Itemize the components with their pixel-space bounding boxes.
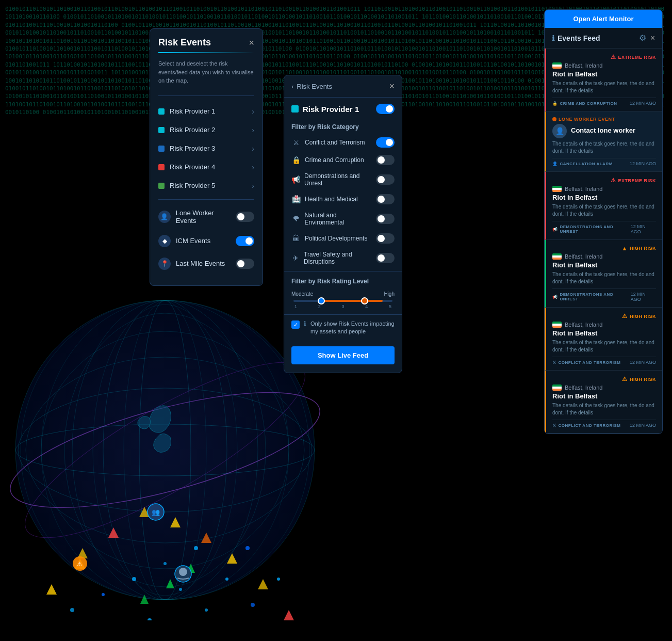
icm-toggle-thumb (245, 237, 253, 245)
slider-track[interactable] (293, 300, 392, 302)
icm-toggle[interactable] (236, 236, 254, 246)
crime-toggle[interactable] (376, 155, 395, 165)
lw-label-2: LONE WORKER EVENT (559, 117, 615, 122)
event-card-4-footer: 📢 DEMONSTRATIONS AND UNREST 12 MIN AGO (552, 289, 656, 302)
feed-filter-icon[interactable]: ⚙ (639, 33, 646, 43)
event-card-3-location: Belfast, Ireland (552, 186, 656, 192)
provider-name-3: Risk Provider 3 (170, 145, 215, 152)
slider-container: 1 2 3 4 5 (291, 300, 395, 309)
high-risk-label-6: HIGH RISK (630, 377, 656, 382)
lone-worker-toggle[interactable] (236, 212, 254, 222)
last-mile-toggle-track[interactable] (236, 259, 254, 269)
feed-info-icon: ℹ (552, 34, 554, 42)
provider-filter-panel: ‹ Risk Events × Risk Provider 1 Filter b… (284, 75, 402, 373)
high-risk-label-4: HIGH RISK (630, 246, 656, 251)
demo-toggle-track[interactable] (376, 174, 395, 185)
category-left-crime: 🔒 Crime and Corruption (291, 156, 364, 164)
event-card-3[interactable]: ⚠ EXTREME RISK Belfast, Ireland Riot in … (545, 172, 662, 240)
provider-item-2[interactable]: Risk Provider 2 › (150, 121, 263, 139)
event-time-3: 12 MIN AGO (631, 224, 656, 234)
show-live-feed-button[interactable]: Show Live Feed (291, 346, 395, 364)
feed-header-left: ℹ Events Feed (552, 34, 600, 42)
event-card-4-title: Riot in Belfast (552, 261, 656, 269)
event-time-4: 12 MIN AGO (631, 292, 656, 302)
demo-icon: 📢 (291, 175, 300, 184)
cancellation-text-2: CANCELLATION ALARM (560, 162, 613, 166)
icm-toggle-track[interactable] (236, 236, 254, 246)
category-crime: 🔒 Crime and Corruption (284, 151, 402, 169)
event-card-6-title: Riot in Belfast (552, 392, 656, 400)
location-text-3: Belfast, Ireland (565, 186, 602, 192)
category-label-5: ⚔ CONFLICT AND TERRORISM (552, 360, 620, 365)
travel-toggle-track[interactable] (376, 253, 395, 263)
slider-thumb-right[interactable] (361, 297, 368, 305)
last-mile-events-item: 📍 Last Mile Events (150, 252, 263, 275)
feed-close-area: ⚙ × (639, 33, 655, 43)
political-toggle[interactable] (376, 233, 395, 244)
event-left-lw: 👤 Lone Worker Events (158, 209, 236, 225)
conflict-category-text-5: CONFLICT AND TERRORISM (559, 360, 621, 365)
cancellation-icon-2: 👤 (552, 162, 558, 166)
provider-header-name: Risk Provider 1 (303, 105, 359, 114)
location-text-5: Belfast, Ireland (565, 322, 602, 328)
event-card-2-desc: The details of the task goes here, the d… (552, 140, 656, 155)
close-button[interactable]: × (249, 38, 254, 47)
ireland-flag-1 (552, 62, 562, 69)
ireland-flag-6 (552, 384, 562, 391)
back-button[interactable]: ‹ Risk Events (291, 83, 332, 90)
demo-toggle[interactable] (376, 174, 395, 185)
conflict-toggle-thumb (386, 139, 393, 146)
health-toggle-track[interactable] (376, 194, 395, 204)
political-icon: 🏛 (291, 234, 301, 243)
provider-dot-5 (158, 183, 165, 189)
chevron-right-icon-1: › (252, 107, 254, 116)
feed-close-button[interactable]: × (650, 34, 655, 43)
provider-name-4: Risk Provider 4 (170, 163, 215, 171)
crime-toggle-thumb (378, 156, 385, 164)
provider-panel-close-button[interactable]: × (389, 82, 395, 91)
event-card-1-footer: 🔒 CRIME AND CORRUPTION 12 MIN AGO (552, 98, 656, 106)
risk-events-panel: Risk Events × Select and deselect the ri… (150, 28, 263, 286)
natural-icon: 🌪 (291, 215, 301, 223)
political-toggle-track[interactable] (376, 233, 395, 244)
event-card-2[interactable]: LONE WORKER EVENT 👤 Contact lone worker … (545, 111, 662, 172)
high-label: High (384, 291, 395, 297)
provider-item-4[interactable]: Risk Provider 4 › (150, 158, 263, 177)
icm-events-item: ◆ ICM Events (150, 230, 263, 252)
provider-left-3: Risk Provider 3 (158, 145, 215, 152)
back-header: ‹ Risk Events × (284, 75, 402, 98)
provider-left-1: Risk Provider 1 (158, 107, 215, 115)
provider-main-toggle[interactable] (376, 104, 395, 114)
demo-toggle-thumb (378, 176, 385, 183)
category-natural: 🌪 Natural and Environmental (284, 208, 402, 230)
slider-thumb-left[interactable] (318, 297, 325, 305)
provider-color-block (291, 105, 299, 113)
tick-1: 1 (294, 304, 297, 309)
crime-category-icon-1: 🔒 (552, 101, 558, 106)
checkbox[interactable]: ✓ (291, 320, 300, 329)
open-alert-monitor-button[interactable]: Open Alert Monitor (545, 10, 662, 28)
crime-toggle-track[interactable] (376, 155, 395, 165)
provider-main-toggle-track[interactable] (376, 104, 395, 114)
separator (158, 95, 254, 96)
health-toggle[interactable] (376, 194, 395, 204)
event-card-4[interactable]: ▲ HIGH RISK Belfast, Ireland Riot in Bel… (545, 240, 662, 308)
event-card-6[interactable]: ⚠ HIGH RISK Belfast, Ireland Riot in Bel… (545, 371, 662, 434)
lone-worker-toggle-track[interactable] (236, 212, 254, 222)
provider-item-5[interactable]: Risk Provider 5 › (150, 177, 263, 195)
provider-item-1[interactable]: Risk Provider 1 › (150, 102, 263, 121)
conflict-category-icon-5: ⚔ (552, 360, 556, 365)
event-card-5-footer: ⚔ CONFLICT AND TERRORISM 12 MIN AGO (552, 357, 656, 365)
conflict-toggle[interactable] (376, 137, 395, 148)
event-card-1[interactable]: ⚠ EXTREME RISK Belfast, Ireland Riot in … (545, 49, 662, 111)
natural-toggle[interactable] (376, 214, 395, 224)
slider-labels: Moderate High (291, 291, 395, 297)
natural-toggle-track[interactable] (376, 214, 395, 224)
travel-toggle[interactable] (376, 253, 395, 263)
last-mile-toggle[interactable] (236, 259, 254, 269)
category-health: 🏥 Health and Medical (284, 190, 402, 208)
conflict-toggle-track[interactable] (376, 137, 395, 148)
provider-item-3[interactable]: Risk Provider 3 › (150, 139, 263, 158)
event-card-5[interactable]: ⚠ HIGH RISK Belfast, Ireland Riot in Bel… (545, 308, 662, 371)
event-card-3-footer: 📢 DEMONSTRATIONS AND UNREST 12 MIN AGO (552, 221, 656, 234)
